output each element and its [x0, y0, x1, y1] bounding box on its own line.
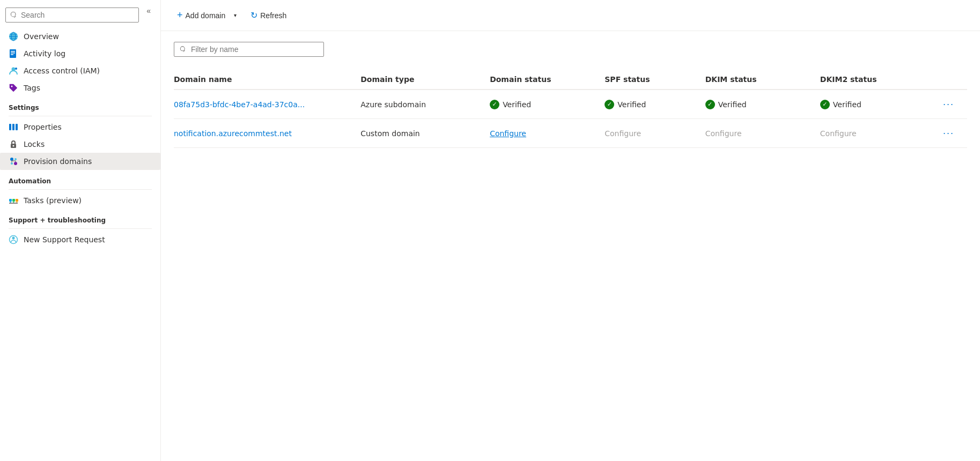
sidebar-item-provision-domains[interactable]: Provision domains: [0, 153, 160, 170]
domain-table: Domain name Domain type Domain status SP…: [174, 70, 967, 148]
domain-status-cell: ✓Verified: [490, 90, 605, 119]
sidebar-item-locks[interactable]: Locks: [0, 136, 160, 153]
search-bar[interactable]: [5, 8, 139, 23]
configure-link[interactable]: Configure: [490, 129, 526, 138]
status-verified: ✓Verified: [490, 100, 596, 109]
dkim-status-cell: Configure: [705, 119, 820, 148]
col-dkim2-status: DKIM2 status: [820, 70, 935, 90]
sidebar-item-overview[interactable]: Overview: [0, 28, 160, 45]
check-icon: ✓: [490, 100, 499, 109]
tag-icon: [9, 83, 18, 93]
toolbar: + Add domain ▾ ↻ Refresh: [161, 0, 980, 31]
status-verified: ✓Verified: [605, 100, 696, 109]
search-icon: [10, 11, 18, 19]
svg-point-17: [10, 158, 13, 161]
configure-gray: Configure: [820, 129, 857, 138]
configure-gray: Configure: [605, 129, 641, 138]
iam-icon: [9, 66, 18, 76]
svg-point-20: [14, 162, 17, 165]
spf-status-cell: Configure: [605, 119, 705, 148]
svg-rect-8: [11, 54, 13, 55]
sidebar-item-label: Tags: [24, 84, 40, 92]
automation-section-header: Automation: [0, 170, 160, 187]
sidebar-item-label: Provision domains: [24, 157, 92, 166]
domain-status-cell[interactable]: Configure: [490, 119, 605, 148]
sidebar-item-tags[interactable]: Tags: [0, 79, 160, 96]
globe-icon: [9, 32, 18, 41]
col-actions: [935, 70, 967, 90]
svg-rect-12: [9, 124, 11, 130]
sidebar-item-new-support[interactable]: New Support Request: [0, 231, 160, 248]
plus-icon: +: [177, 10, 183, 21]
col-dkim-status: DKIM status: [705, 70, 820, 90]
spf-status-cell: ✓Verified: [605, 90, 705, 119]
add-domain-dropdown-button[interactable]: ▾: [233, 9, 241, 21]
status-verified: ✓Verified: [820, 100, 926, 109]
log-icon: [9, 49, 18, 58]
table-body: 08fa75d3-bfdc-4be7-a4ad-37c0a...Azure su…: [174, 90, 967, 148]
automation-divider: [9, 189, 152, 190]
settings-divider: [9, 116, 152, 116]
sidebar-item-activity-log[interactable]: Activity log: [0, 45, 160, 62]
sidebar-item-label: Access control (IAM): [24, 66, 100, 75]
sidebar-item-tasks[interactable]: Tasks (preview): [0, 192, 160, 209]
provision-icon: [9, 157, 18, 166]
col-domain-name: Domain name: [174, 70, 360, 90]
sidebar-item-iam[interactable]: Access control (IAM): [0, 62, 160, 79]
sidebar-item-label: Overview: [24, 32, 59, 41]
row-more-button[interactable]: ···: [939, 98, 959, 111]
domain-type-cell: Azure subdomain: [360, 90, 490, 119]
svg-point-18: [14, 158, 17, 160]
check-icon: ✓: [605, 100, 614, 109]
sidebar-item-label: Properties: [24, 123, 62, 131]
properties-icon: [9, 122, 18, 132]
svg-point-16: [13, 145, 14, 147]
svg-rect-25: [12, 199, 15, 202]
tasks-icon: [9, 196, 18, 205]
refresh-label: Refresh: [260, 11, 286, 20]
search-input[interactable]: [21, 11, 134, 19]
table-row: notification.azurecommtest.netCustom dom…: [174, 119, 967, 148]
svg-rect-14: [16, 124, 18, 130]
check-icon: ✓: [705, 100, 715, 109]
row-more-button[interactable]: ···: [939, 127, 959, 140]
svg-rect-5: [10, 49, 16, 58]
svg-rect-7: [11, 53, 15, 54]
add-domain-label: Add domain: [186, 11, 226, 20]
svg-point-32: [12, 237, 15, 240]
filter-search-icon: [180, 46, 187, 53]
configure-gray: Configure: [705, 129, 742, 138]
domain-name-link[interactable]: 08fa75d3-bfdc-4be7-a4ad-37c0a...: [174, 100, 305, 109]
status-verified: ✓Verified: [705, 100, 812, 109]
sidebar-item-label: Activity log: [24, 49, 65, 58]
sidebar-top-row: «: [0, 4, 160, 28]
table-header: Domain name Domain type Domain status SP…: [174, 70, 967, 90]
svg-point-10: [15, 68, 17, 70]
main-content: + Add domain ▾ ↻ Refresh Domain name Dom…: [161, 0, 980, 461]
filter-bar[interactable]: [174, 42, 324, 57]
sidebar-item-label: New Support Request: [24, 235, 105, 244]
support-section-header: Support + troubleshooting: [0, 209, 160, 226]
sidebar-item-properties[interactable]: Properties: [0, 118, 160, 136]
dkim2-status-cell: ✓Verified: [820, 90, 935, 119]
lock-icon: [9, 139, 18, 149]
svg-point-11: [11, 86, 13, 87]
support-icon: [9, 235, 18, 244]
col-spf-status: SPF status: [605, 70, 705, 90]
domain-name-link[interactable]: notification.azurecommtest.net: [174, 129, 292, 138]
collapse-sidebar-button[interactable]: «: [142, 4, 155, 17]
svg-rect-26: [16, 199, 18, 202]
svg-point-19: [11, 162, 13, 165]
refresh-icon: ↻: [250, 10, 257, 20]
settings-section-header: Settings: [0, 96, 160, 114]
sidebar: « Overview: [0, 0, 161, 461]
col-domain-status: Domain status: [490, 70, 605, 90]
check-icon: ✓: [820, 100, 830, 109]
refresh-button[interactable]: ↻ Refresh: [245, 7, 292, 24]
domain-type-cell: Custom domain: [360, 119, 490, 148]
add-domain-button[interactable]: + Add domain: [172, 6, 231, 24]
svg-rect-24: [9, 199, 12, 202]
col-domain-type: Domain type: [360, 70, 490, 90]
chevron-down-icon: ▾: [234, 12, 237, 18]
filter-input[interactable]: [191, 45, 318, 54]
